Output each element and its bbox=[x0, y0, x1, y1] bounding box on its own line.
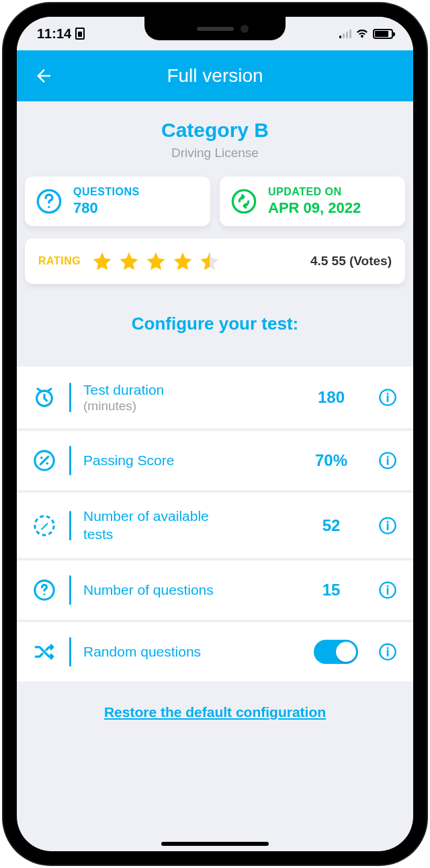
config-value: 15 bbox=[304, 581, 358, 599]
svg-point-13 bbox=[44, 593, 46, 595]
config-available-tests[interactable]: Number of available tests 52 bbox=[17, 493, 413, 561]
rating-label: RATING bbox=[38, 255, 81, 267]
updated-value: APR 09, 2022 bbox=[268, 199, 361, 217]
battery-icon bbox=[373, 29, 393, 39]
star-icon bbox=[145, 250, 167, 272]
info-button[interactable] bbox=[377, 515, 398, 536]
svg-point-2 bbox=[232, 190, 255, 212]
config-number-questions[interactable]: Number of questions 15 bbox=[17, 561, 413, 622]
config-label: Passing Score bbox=[83, 452, 238, 469]
config-label: Test duration bbox=[83, 381, 238, 399]
config-sublabel: (minutes) bbox=[83, 399, 238, 414]
clock-icon bbox=[32, 385, 57, 410]
info-button[interactable] bbox=[377, 579, 398, 601]
edit-circle-icon bbox=[32, 513, 57, 538]
rating-stars bbox=[91, 250, 220, 272]
updated-label: UPDATED ON bbox=[268, 186, 361, 198]
star-icon bbox=[91, 250, 113, 272]
config-value: 70% bbox=[304, 451, 358, 470]
config-test-duration[interactable]: Test duration (minutes) 180 bbox=[17, 367, 413, 431]
home-indicator[interactable] bbox=[161, 842, 269, 846]
info-button[interactable] bbox=[377, 387, 398, 408]
info-button[interactable] bbox=[377, 450, 398, 471]
config-label: Number of questions bbox=[83, 581, 238, 599]
config-label: Number of available tests bbox=[83, 508, 238, 543]
app-header: Full version bbox=[17, 50, 413, 101]
question-circle-icon bbox=[32, 577, 57, 603]
config-value: 180 bbox=[304, 388, 358, 407]
config-label: Random questions bbox=[83, 643, 238, 661]
percent-icon bbox=[32, 448, 57, 473]
page-title: Full version bbox=[167, 65, 263, 87]
config-value: 52 bbox=[304, 516, 358, 535]
rating-text: 4.5 55 (Votes) bbox=[310, 254, 392, 269]
back-button[interactable] bbox=[32, 64, 56, 88]
shuffle-icon bbox=[32, 639, 57, 665]
questions-label: QUESTIONS bbox=[73, 186, 140, 198]
status-time: 11:14 bbox=[37, 26, 71, 42]
random-questions-toggle[interactable] bbox=[314, 640, 358, 664]
config-passing-score[interactable]: Passing Score 70% bbox=[17, 431, 413, 493]
questions-card: QUESTIONS 780 bbox=[25, 177, 210, 226]
svg-point-8 bbox=[46, 463, 48, 465]
info-button[interactable] bbox=[377, 641, 398, 663]
refresh-icon bbox=[229, 187, 259, 216]
svg-point-1 bbox=[48, 206, 50, 208]
question-circle-icon bbox=[34, 187, 64, 216]
restore-default-link[interactable]: Restore the default configuration bbox=[104, 704, 326, 720]
category-subtitle: Driving License bbox=[25, 146, 405, 160]
sim-icon bbox=[75, 28, 85, 40]
star-half-icon bbox=[199, 250, 220, 272]
questions-value: 780 bbox=[73, 199, 140, 217]
configure-heading: Configure your test: bbox=[25, 314, 405, 334]
category-title: Category B bbox=[25, 119, 405, 142]
rating-card: RATING 4.5 55 (Votes) bbox=[25, 238, 405, 284]
cell-signal-icon bbox=[339, 29, 351, 38]
config-random-questions: Random questions bbox=[17, 622, 413, 684]
star-icon bbox=[118, 250, 140, 272]
svg-point-7 bbox=[40, 456, 43, 459]
star-icon bbox=[172, 250, 194, 272]
wifi-icon bbox=[355, 28, 369, 39]
updated-card: UPDATED ON APR 09, 2022 bbox=[220, 177, 405, 226]
